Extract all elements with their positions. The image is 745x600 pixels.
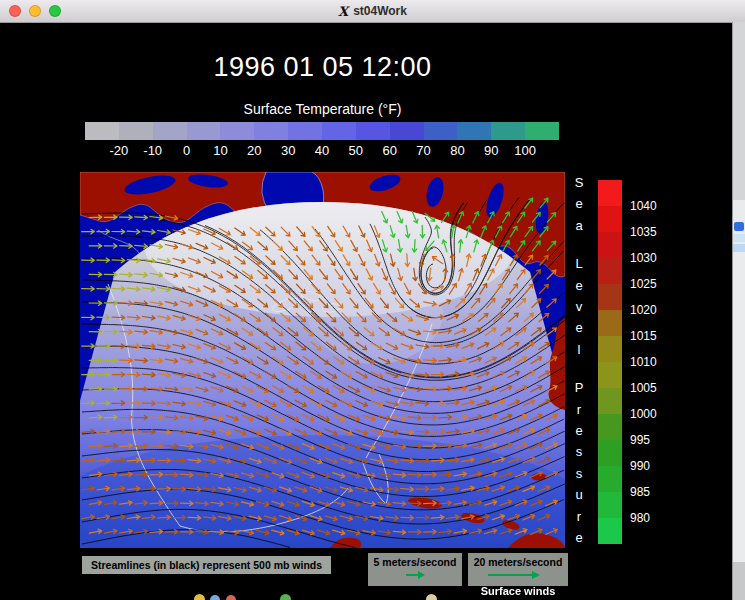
temp-ticks: -20-100102030405060708090100 [85,143,559,159]
temp-colorbar-segment [85,122,119,140]
temp-colorbar-segment [356,122,390,140]
temp-colorbar [85,122,559,140]
background-window-footer [733,562,745,600]
x11-icon: X [338,5,348,18]
pressure-title-letter: e [575,197,582,210]
surface-winds-label: Surface winds [468,585,568,597]
pressure-title-letter: u [575,488,582,501]
pressure-tick-label: 1030 [630,251,657,265]
pressure-tick-label: 1015 [630,329,657,343]
pressure-title-letter: e [575,531,582,544]
pressure-colorbar-segment [598,284,622,310]
pressure-title-letter: v [576,300,583,313]
temp-colorbar-segment [424,122,458,140]
wind-scale-5ms-arrow-icon [368,568,462,582]
pressure-colorbar-segment [598,180,622,206]
pressure-title-letter: r [577,510,581,523]
pressure-colorbar-segment [598,362,622,388]
notification-badge [734,222,744,231]
window-title: st04Work [353,4,407,18]
pressure-colorbar [598,180,622,544]
pressure-title-letter: S [575,176,584,189]
temp-colorbar-segment [254,122,288,140]
wind-scale-5ms: 5 meters/second [368,553,462,586]
pressure-title-letter: a [575,219,582,232]
screen: X st04Work 1996 01 05 12:00 Surface Temp… [0,0,745,600]
pressure-title-letter: e [575,321,582,334]
dock-icon[interactable] [226,595,236,600]
pressure-tick-label: 1035 [630,225,657,239]
streamlines-legend: Streamlines (in black) represent 500 mb … [82,556,331,574]
background-window-row [733,234,745,242]
temp-colorbar-segment [119,122,153,140]
pressure-colorbar-segment [598,258,622,284]
temp-colorbar-segment [288,122,322,140]
temp-tick-label: 60 [382,143,396,158]
pressure-title-letter: e [575,424,582,437]
temp-colorbar-segment [322,122,356,140]
pressure-tick-label: 990 [630,459,650,473]
pressure-tick-label: 1025 [630,277,657,291]
pressure-colorbar-segment [598,518,622,544]
pressure-tick-label: 985 [630,485,650,499]
wind-scale-20ms-arrow-icon [468,568,568,582]
pressure-colorbar-segment [598,388,622,414]
pressure-title-letter: s [576,445,583,458]
dock-icon[interactable] [194,594,205,600]
temp-tick-label: 80 [450,143,464,158]
background-window-edge[interactable] [732,22,745,600]
pressure-tick-label: 1010 [630,355,657,369]
pressure-tick-label: 980 [630,511,650,525]
pressure-tick-label: 1005 [630,381,657,395]
pressure-colorbar-segment [598,440,622,466]
pressure-tick-label: 1020 [630,303,657,317]
temp-colorbar-segment [187,122,221,140]
pressure-title-letter: l [578,343,581,356]
dock-icon[interactable] [426,594,437,600]
temp-tick-label: 50 [349,143,363,158]
wind-scale-5ms-label: 5 meters/second [368,556,462,568]
pressure-title-letter: L [575,257,582,270]
pressure-title-letter: P [575,381,584,394]
pressure-title: SeaLevelPressure [570,176,588,544]
pressure-colorbar-segment [598,492,622,518]
pressure-title-letter: s [576,467,583,480]
dock-icon[interactable] [210,595,220,600]
datetime-title: 1996 01 05 12:00 [78,52,567,83]
temperature-colorbar-title: Surface Temperature (°F) [78,101,567,117]
temp-tick-label: 100 [514,143,536,158]
temp-tick-label: 70 [416,143,430,158]
pressure-colorbar-segment [598,466,622,492]
temp-colorbar-segment [390,122,424,140]
temp-colorbar-segment [525,122,559,140]
temp-tick-label: 20 [247,143,261,158]
pressure-tick-label: 1000 [630,407,657,421]
pressure-title-letter: e [575,279,582,292]
pressure-tick-label: 1040 [630,199,657,213]
temp-colorbar-segment [491,122,525,140]
weather-map[interactable] [80,172,565,548]
temp-tick-label: -20 [109,143,128,158]
wind-scale-20ms: 20 meters/second [468,553,568,586]
temp-tick-label: 0 [183,143,190,158]
pressure-title-letter: r [577,403,581,416]
background-window-row [733,244,745,252]
window-titlebar: X st04Work [0,0,745,23]
temp-tick-label: -10 [143,143,162,158]
temp-tick-label: 10 [213,143,227,158]
temp-colorbar-segment [153,122,187,140]
temp-tick-label: 40 [315,143,329,158]
map-container [80,172,565,548]
pressure-colorbar-segment [598,206,622,232]
temp-tick-label: 90 [484,143,498,158]
temp-colorbar-segment [220,122,254,140]
pressure-tick-label: 995 [630,433,650,447]
pressure-colorbar-segment [598,336,622,362]
pressure-colorbar-segment [598,414,622,440]
background-window-toolbar [733,22,745,200]
window-title-group: X st04Work [0,0,745,22]
temp-colorbar-segment [457,122,491,140]
dock-icon[interactable] [280,594,291,600]
pressure-colorbar-segment [598,232,622,258]
wind-scale-20ms-label: 20 meters/second [468,556,568,568]
